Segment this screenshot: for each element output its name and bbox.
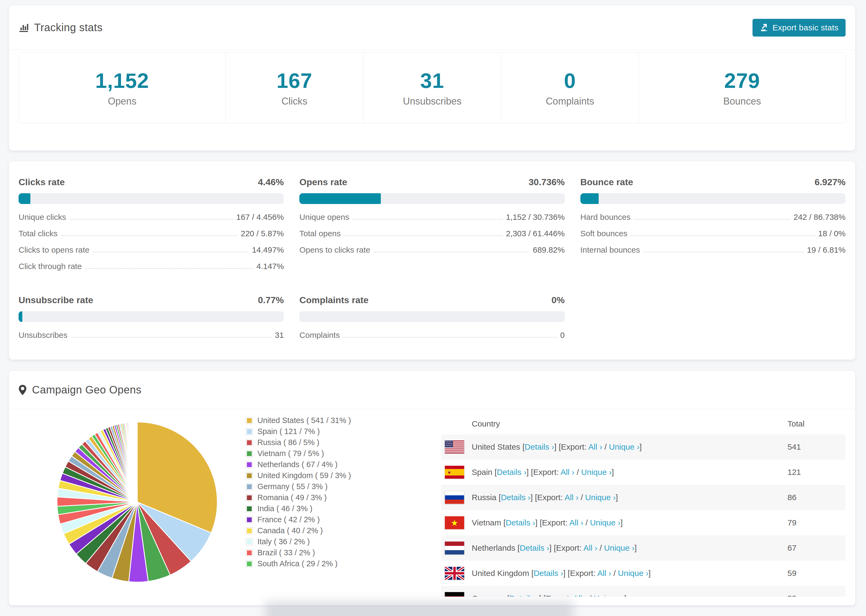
map-pin-icon	[19, 385, 27, 395]
total-opens-row: Total opens2,303 / 61.446%	[299, 229, 565, 238]
closing-bracket: ]	[624, 594, 627, 597]
legend-label: South Africa ( 29 / 2% )	[257, 559, 337, 568]
geo-row-total: 67	[787, 544, 846, 553]
dotted-leader	[69, 219, 233, 220]
details-link-russia[interactable]: Details ›	[501, 493, 531, 502]
unsubscribe-rate-section: Unsubscribe rate0.77%Unsubscribes31	[19, 295, 284, 347]
rate-title: Clicks rate	[19, 177, 65, 187]
rate-progress-bar	[299, 193, 565, 204]
export-unique-link-vietnam[interactable]: Unique ›	[590, 518, 620, 527]
export-all-link-russia[interactable]: All ›	[565, 493, 578, 502]
detail-label: Total clicks	[19, 229, 58, 238]
clicks-to-opens-rate-row: Clicks to opens rate14.497%	[19, 245, 284, 255]
bottom-blur-overlay	[265, 602, 574, 616]
geo-table-header-row: Country Total	[441, 413, 846, 434]
geo-row-total: 55	[787, 594, 846, 597]
export-unique-link-russia[interactable]: Unique ›	[585, 493, 616, 502]
legend-label: Germany ( 55 / 3% )	[257, 482, 328, 491]
tracking-stats-header: Tracking stats Export basic stats	[9, 5, 855, 50]
detail-value: 2,303 / 61.446%	[506, 229, 565, 238]
details-link-united-states[interactable]: Details ›	[525, 442, 554, 451]
legend-label: Vietnam ( 79 / 5% )	[257, 449, 324, 458]
details-link-spain[interactable]: Details ›	[497, 468, 526, 476]
legend-label: Russia ( 86 / 5% )	[257, 438, 319, 447]
export-all-link-united-states[interactable]: All ›	[589, 442, 602, 451]
export-unique-link-united-states[interactable]: Unique ›	[609, 442, 639, 451]
export-unique-link-netherlands[interactable]: Unique ›	[604, 544, 635, 552]
total-column-header: Total	[787, 419, 846, 428]
stat-opens: 1,152Opens	[19, 52, 225, 123]
legend-item-india: India ( 46 / 3% )	[246, 503, 351, 514]
legend-item-germany: Germany ( 55 / 3% )	[246, 481, 351, 492]
legend-swatch	[246, 428, 252, 435]
detail-label: Unique opens	[299, 212, 349, 222]
geo-opens-table: Country Total United States [Details ›] …	[441, 413, 846, 597]
country-name: Vietnam [	[472, 518, 505, 527]
legend-label: Netherlands ( 67 / 4% )	[257, 460, 337, 469]
pie-legend: United States ( 541 / 31% )Spain ( 121 /…	[246, 415, 351, 569]
unique-clicks-row: Unique clicks167 / 4.456%	[19, 212, 284, 222]
legend-swatch	[246, 462, 252, 468]
details-link-vietnam[interactable]: Details ›	[505, 518, 535, 527]
closing-bracket: ]	[649, 569, 650, 578]
export-all-link-netherlands[interactable]: All ›	[583, 544, 597, 552]
export-prefix: ] [Export:	[539, 594, 573, 597]
geo-row-vietnam: Vietnam [Details ›] [Export: All › / Uni…	[441, 510, 846, 535]
detail-value: 167 / 4.456%	[236, 212, 284, 222]
detail-label: Complaints	[299, 331, 340, 340]
closing-bracket: ]	[635, 544, 636, 552]
geo-row-russia: Russia [Details ›] [Export: All › / Uniq…	[441, 485, 846, 510]
geo-row-total: 86	[787, 493, 846, 502]
export-prefix: ] [Export:	[554, 442, 589, 451]
detail-value: 19 / 6.81%	[807, 245, 846, 255]
russia-flag-icon	[445, 491, 464, 504]
geo-title-text: Campaign Geo Opens	[32, 384, 142, 396]
tracking-stats-title: Tracking stats	[19, 22, 102, 34]
stat-unsubscribes: 31Unsubscribes	[363, 52, 501, 123]
hard-bounces-row: Hard bounces242 / 86.738%	[580, 212, 846, 222]
geo-header: Campaign Geo Opens	[9, 371, 855, 409]
rate-value: 6.927%	[815, 177, 846, 187]
rate-title: Bounce rate	[580, 177, 633, 187]
export-unique-link-united-kingdom[interactable]: Unique ›	[618, 569, 649, 578]
rates-row-1: Clicks rate4.46%Unique clicks167 / 4.456…	[19, 177, 846, 278]
geo-title: Campaign Geo Opens	[19, 384, 142, 396]
export-basic-stats-button[interactable]: Export basic stats	[753, 19, 846, 36]
legend-item-canada: Canada ( 40 / 2% )	[246, 525, 351, 536]
export-all-link-vietnam[interactable]: All ›	[569, 518, 583, 527]
export-all-link-united-kingdom[interactable]: All ›	[597, 569, 611, 578]
legend-item-south-africa: South Africa ( 29 / 2% )	[246, 558, 351, 569]
details-link-germany[interactable]: Details ›	[509, 594, 539, 597]
stat-bounces: 279Bounces	[639, 52, 845, 123]
legend-label: France ( 42 / 2% )	[257, 515, 320, 524]
clicks-rate-section: Clicks rate4.46%Unique clicks167 / 4.456…	[19, 177, 284, 278]
country-name: United States [	[472, 442, 525, 451]
detail-value: 689.82%	[533, 245, 565, 255]
export-prefix: ] [Export:	[563, 569, 597, 578]
export-all-link-germany[interactable]: All ›	[573, 594, 587, 597]
rate-title: Complaints rate	[299, 295, 368, 305]
export-unique-link-spain[interactable]: Unique ›	[581, 468, 612, 476]
soft-bounces-row: Soft bounces18 / 0%	[580, 229, 846, 238]
details-link-united-kingdom[interactable]: Details ›	[534, 569, 563, 578]
export-all-link-spain[interactable]: All ›	[561, 468, 575, 476]
stat-complaints: 0Complaints	[501, 52, 639, 123]
details-link-netherlands[interactable]: Details ›	[520, 544, 549, 552]
export-unique-link-germany[interactable]: Unique ›	[594, 594, 624, 597]
detail-label: Click through rate	[19, 262, 82, 271]
legend-label: Romania ( 49 / 3% )	[257, 493, 327, 502]
bounce-rate-section: Bounce rate6.927%Hard bounces242 / 86.73…	[580, 177, 846, 278]
legend-label: Italy ( 36 / 2% )	[257, 537, 310, 546]
stat-clicks: 167Clicks	[225, 52, 363, 123]
geo-content: United States ( 541 / 31% )Spain ( 121 /…	[19, 409, 846, 605]
stat-label: Bounces	[723, 96, 761, 107]
geo-row-spain: Spain [Details ›] [Export: All › / Uniqu…	[441, 460, 846, 485]
dotted-leader	[85, 268, 253, 269]
vietnam-flag-icon	[445, 516, 464, 529]
country-name: Russia [	[472, 493, 501, 502]
legend-label: United States ( 541 / 31% )	[257, 416, 351, 425]
dotted-leader	[61, 236, 238, 236]
dotted-leader	[71, 337, 272, 338]
country-column-header: Country	[472, 419, 787, 428]
dotted-leader	[634, 219, 790, 220]
